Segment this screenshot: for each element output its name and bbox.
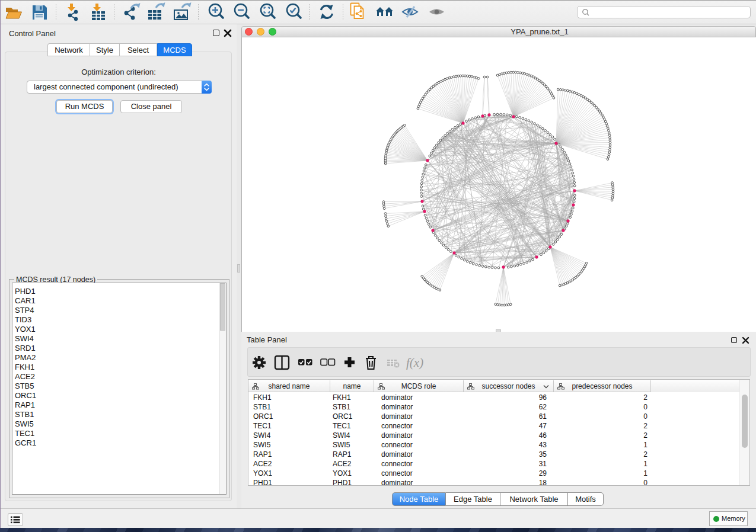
svg-text:f(x): f(x) (406, 355, 423, 370)
